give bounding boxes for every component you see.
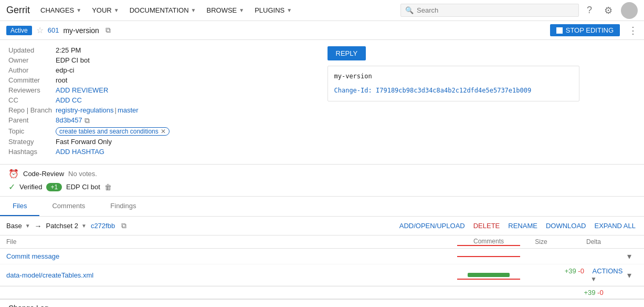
create-tables-comments-val	[457, 271, 520, 280]
file-row-create-tables: data-model/createTables.xml +39 -0 ACTIO…	[0, 264, 644, 286]
add-hashtag-link[interactable]: ADD HASHTAG	[56, 148, 104, 156]
rename-button[interactable]: RENAME	[506, 220, 540, 232]
plugins-arrow-icon: ▼	[287, 7, 292, 13]
commit-message-link[interactable]: Commit message	[6, 252, 59, 260]
base-selector[interactable]: Base ▼	[6, 222, 30, 230]
repo-row: Repo | Branch registry-regulations | mas…	[8, 106, 317, 114]
commit-comments-val	[457, 256, 520, 257]
size-bar	[468, 273, 510, 277]
nav-changes[interactable]: CHANGES ▼	[36, 0, 86, 21]
code-review-value: No votes.	[68, 170, 97, 178]
expand-file-icon[interactable]: ▾	[627, 271, 631, 280]
parent-link[interactable]: 8d3b457	[56, 116, 82, 125]
owner-row: Owner EDP CI bot	[8, 56, 317, 64]
check-icon: ✓	[8, 182, 15, 192]
reply-button[interactable]: REPLY	[328, 46, 366, 60]
commit-change-id-line: Change-Id: I79189cb98c3d34c8a4b2c12dfd4e…	[334, 86, 573, 96]
cc-label: CC	[8, 96, 56, 104]
parent-row: Parent 8d3b457 ⧉	[8, 116, 317, 125]
nav-browse[interactable]: BROWSE ▼	[202, 0, 248, 21]
add-open-upload-button[interactable]: ADD/OPEN/UPLOAD	[397, 220, 467, 232]
author-label: Author	[8, 66, 56, 74]
totals-add: +39	[584, 289, 595, 296]
base-arrow-icon: ▼	[25, 223, 30, 229]
topic-chip-text: create tables and search conditions	[59, 128, 159, 135]
nav-your[interactable]: YOUR ▼	[88, 0, 123, 21]
nav-plugins[interactable]: PLUGINS ▼	[250, 0, 296, 21]
breadcrumb-row: Active ☆ 601 my-version ⧉ STOP EDITING ⋮	[0, 21, 644, 40]
change-title: my-version	[63, 26, 99, 35]
totals-del: -0	[597, 289, 604, 296]
help-icon[interactable]: ?	[581, 2, 598, 19]
avatar[interactable]	[621, 2, 638, 19]
expand-all-files-button[interactable]: EXPAND ALL	[592, 220, 638, 232]
branch-link[interactable]: master	[118, 106, 139, 114]
author-value: edp-ci	[56, 66, 74, 74]
nav-documentation[interactable]: DOCUMENTATION ▼	[125, 0, 200, 21]
change-number[interactable]: 601	[48, 26, 59, 34]
add-cc-link[interactable]: ADD CC	[56, 96, 82, 104]
copy-diff-icon[interactable]: ⧉	[121, 221, 126, 230]
change-log-title: Change Log	[8, 304, 636, 307]
topic-label: Topic	[8, 127, 56, 136]
topic-remove-icon[interactable]: ✕	[161, 128, 166, 135]
navbar: Gerrit CHANGES ▼ YOUR ▼ DOCUMENTATION ▼ …	[0, 0, 644, 21]
topic-chip[interactable]: create tables and search conditions ✕	[56, 127, 170, 136]
file-row-commit-message: Commit message ▾	[0, 249, 644, 264]
strategy-label: Strategy	[8, 138, 56, 146]
your-arrow-icon: ▼	[114, 7, 119, 13]
verified-row: ✓ Verified +1 EDP CI bot 🗑	[8, 182, 636, 192]
tab-comments[interactable]: Comments	[39, 197, 98, 216]
diff-link[interactable]: c272fbb	[91, 222, 115, 230]
actions-arrow-icon[interactable]: ▼	[590, 275, 597, 283]
tab-findings[interactable]: Findings	[98, 197, 149, 216]
committer-label: Committer	[8, 76, 56, 84]
download-button[interactable]: DOWNLOAD	[544, 220, 588, 232]
updated-value: 2:25 PM	[56, 46, 81, 54]
repo-label: Repo | Branch	[8, 106, 56, 114]
copy-title-icon[interactable]: ⧉	[105, 26, 111, 35]
hashtags-row: Hashtags ADD HASHTAG	[8, 148, 317, 156]
patchset-selector[interactable]: Patchset 2 ▼	[46, 222, 87, 230]
app-brand: Gerrit	[6, 5, 30, 16]
remove-vote-icon[interactable]: 🗑	[104, 183, 112, 191]
more-options-icon[interactable]: ⋮	[628, 25, 638, 36]
file-col-size-header: Size	[520, 238, 562, 245]
totals-delta: +39 -0	[562, 289, 625, 296]
copy-parent-icon[interactable]: ⧉	[85, 116, 90, 125]
add-reviewer-link[interactable]: ADD REVIEWER	[56, 86, 108, 94]
verified-user: EDP CI bot	[66, 183, 100, 191]
commit-id-label: Change-Id: I79189cb98c3d34c8a4b2c12dfd4e…	[334, 87, 532, 94]
delta-totals-row: +39 -0	[0, 286, 644, 299]
verified-label: Verified	[19, 183, 42, 191]
strategy-value: Fast Forward Only	[56, 138, 112, 146]
stop-icon	[556, 27, 563, 34]
parent-label: Parent	[8, 116, 56, 125]
search-bar: 🔍	[400, 4, 579, 17]
warning-icon: ⏰	[8, 169, 19, 179]
repo-link[interactable]: registry-regulations	[56, 106, 114, 114]
patchset-arrow-icon: ▼	[81, 223, 87, 229]
status-badge: Active	[6, 26, 32, 35]
meta-section: Updated 2:25 PM Owner EDP CI bot Author …	[8, 46, 317, 158]
actions-button[interactable]: ACTIONS	[593, 267, 623, 275]
stop-editing-button[interactable]: STOP EDITING	[550, 24, 620, 36]
commit-subject: my-version	[334, 71, 573, 81]
voting-section: ⏰ Code-Review No votes. ✓ Verified +1 ED…	[0, 164, 644, 196]
create-tables-link[interactable]: data-model/createTables.xml	[6, 271, 93, 279]
files-header: File Comments Size Delta	[0, 236, 644, 249]
delete-button[interactable]: DELETE	[471, 220, 502, 232]
file-col-comments-header: Comments	[457, 238, 520, 246]
tab-files[interactable]: Files	[0, 197, 39, 216]
expand-commit-icon[interactable]: ▾	[627, 252, 631, 261]
cc-row: CC ADD CC	[8, 96, 317, 104]
topic-row: Topic create tables and search condition…	[8, 127, 317, 136]
search-input[interactable]	[417, 6, 574, 14]
search-icon: 🔍	[405, 6, 414, 14]
files-tabs: Files Comments Findings	[0, 196, 644, 217]
browse-arrow-icon: ▼	[239, 7, 244, 13]
settings-icon[interactable]: ⚙	[600, 2, 617, 19]
star-icon[interactable]: ☆	[36, 25, 44, 35]
arrow-right-icon: →	[35, 222, 42, 230]
reviewers-row: Reviewers ADD REVIEWER	[8, 86, 317, 94]
